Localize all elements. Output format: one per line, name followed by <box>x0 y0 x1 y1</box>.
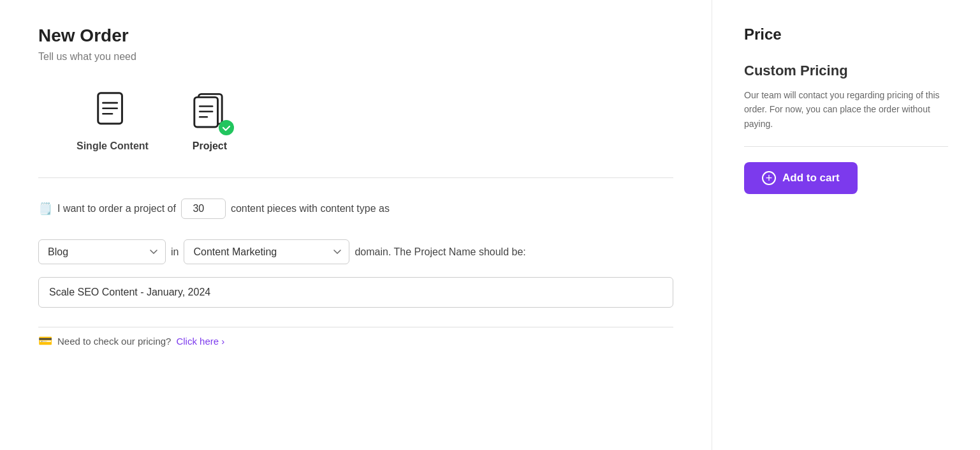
checkmark-icon <box>222 123 231 132</box>
domain-select[interactable]: Content Marketing Technology Finance Hea… <box>184 239 349 264</box>
page-subtitle: Tell us what you need <box>38 51 673 63</box>
main-panel: New Order Tell us what you need Single C… <box>0 0 712 450</box>
custom-pricing-desc: Our team will contact you regarding pric… <box>744 88 948 131</box>
domain-suffix: domain. The Project Name should be: <box>355 242 525 262</box>
money-icon: 💳 <box>38 334 52 348</box>
project-icon-wrap <box>187 88 233 134</box>
pricing-check-row: 💳 Need to check our pricing? Click here … <box>38 327 673 348</box>
side-panel: Price Custom Pricing Our team will conta… <box>712 0 980 450</box>
second-line: Blog Article Product Description Social … <box>38 239 673 264</box>
page-title: New Order <box>38 26 673 46</box>
in-label: in <box>171 242 179 262</box>
price-title: Price <box>744 26 948 43</box>
add-to-cart-label: Add to cart <box>782 172 840 184</box>
single-content-doc-icon <box>93 92 131 130</box>
sentence-prefix: I want to order a project of <box>57 199 176 219</box>
project-selected-badge <box>219 120 234 135</box>
order-sentence: 🗒️ I want to order a project of content … <box>38 197 673 220</box>
plus-circle-icon: + <box>762 171 776 185</box>
content-type-project[interactable]: Project <box>187 88 233 152</box>
custom-pricing-title: Custom Pricing <box>744 63 948 79</box>
single-content-label: Single Content <box>77 140 149 152</box>
quantity-input[interactable] <box>181 199 226 219</box>
project-name-input[interactable] <box>38 277 673 308</box>
pricing-check-text: Need to check our pricing? <box>57 336 171 347</box>
side-divider <box>744 146 948 147</box>
project-label: Project <box>193 140 227 152</box>
add-to-cart-button[interactable]: + Add to cart <box>744 162 858 194</box>
single-content-icon-wrap <box>89 88 135 134</box>
main-divider <box>38 177 673 178</box>
click-here-link[interactable]: Click here › <box>176 336 224 347</box>
sentence-middle: content pieces with content type as <box>231 199 390 219</box>
content-type-select[interactable]: Blog Article Product Description Social … <box>38 239 166 264</box>
content-type-single[interactable]: Single Content <box>77 88 149 152</box>
content-type-row: Single Content <box>38 88 673 152</box>
notepad-emoji: 🗒️ <box>38 197 52 220</box>
